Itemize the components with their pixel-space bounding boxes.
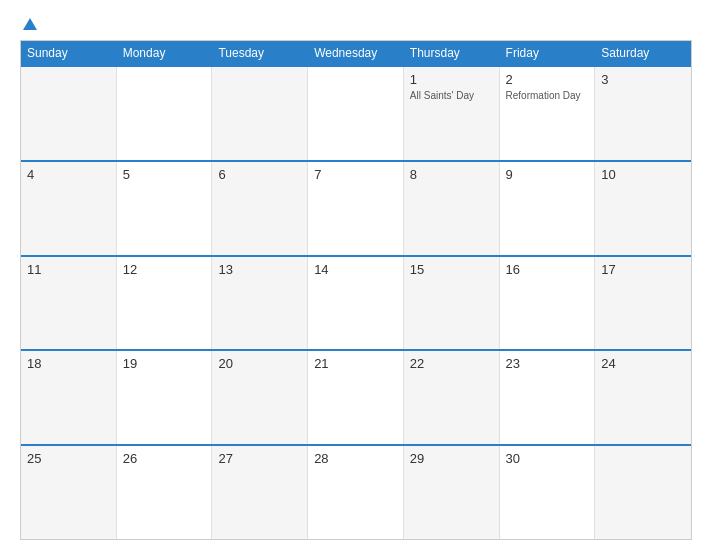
day-number: 24 bbox=[601, 356, 685, 371]
day-number: 26 bbox=[123, 451, 206, 466]
cal-cell: 27 bbox=[212, 446, 308, 539]
day-number: 7 bbox=[314, 167, 397, 182]
cal-week: 18192021222324 bbox=[21, 349, 691, 444]
cal-cell: 10 bbox=[595, 162, 691, 255]
day-number: 21 bbox=[314, 356, 397, 371]
cal-cell: 25 bbox=[21, 446, 117, 539]
day-number: 3 bbox=[601, 72, 685, 87]
holiday-label: Reformation Day bbox=[506, 89, 589, 102]
cal-header-day: Monday bbox=[117, 41, 213, 65]
cal-cell bbox=[21, 67, 117, 160]
day-number: 1 bbox=[410, 72, 493, 87]
cal-cell: 12 bbox=[117, 257, 213, 350]
cal-header-day: Saturday bbox=[595, 41, 691, 65]
calendar-body: 1All Saints' Day2Reformation Day34567891… bbox=[21, 65, 691, 539]
day-number: 2 bbox=[506, 72, 589, 87]
day-number: 18 bbox=[27, 356, 110, 371]
cal-cell: 19 bbox=[117, 351, 213, 444]
cal-cell bbox=[117, 67, 213, 160]
cal-week: 11121314151617 bbox=[21, 255, 691, 350]
cal-cell: 21 bbox=[308, 351, 404, 444]
cal-cell: 2Reformation Day bbox=[500, 67, 596, 160]
cal-week: 252627282930 bbox=[21, 444, 691, 539]
day-number: 29 bbox=[410, 451, 493, 466]
cal-cell: 24 bbox=[595, 351, 691, 444]
day-number: 20 bbox=[218, 356, 301, 371]
day-number: 5 bbox=[123, 167, 206, 182]
cal-cell: 17 bbox=[595, 257, 691, 350]
cal-cell: 20 bbox=[212, 351, 308, 444]
cal-cell: 6 bbox=[212, 162, 308, 255]
cal-cell: 7 bbox=[308, 162, 404, 255]
cal-cell: 13 bbox=[212, 257, 308, 350]
day-number: 4 bbox=[27, 167, 110, 182]
day-number: 14 bbox=[314, 262, 397, 277]
day-number: 22 bbox=[410, 356, 493, 371]
cal-header-day: Wednesday bbox=[308, 41, 404, 65]
cal-cell: 26 bbox=[117, 446, 213, 539]
cal-header-day: Tuesday bbox=[212, 41, 308, 65]
cal-cell bbox=[212, 67, 308, 160]
logo-triangle-icon bbox=[23, 18, 37, 30]
holiday-label: All Saints' Day bbox=[410, 89, 493, 102]
day-number: 19 bbox=[123, 356, 206, 371]
day-number: 16 bbox=[506, 262, 589, 277]
cal-cell: 29 bbox=[404, 446, 500, 539]
day-number: 30 bbox=[506, 451, 589, 466]
cal-cell bbox=[595, 446, 691, 539]
cal-week: 45678910 bbox=[21, 160, 691, 255]
cal-cell: 22 bbox=[404, 351, 500, 444]
cal-cell: 30 bbox=[500, 446, 596, 539]
page: SundayMondayTuesdayWednesdayThursdayFrid… bbox=[0, 0, 712, 550]
calendar-header-row: SundayMondayTuesdayWednesdayThursdayFrid… bbox=[21, 41, 691, 65]
logo-blue-text bbox=[20, 18, 37, 30]
cal-cell: 14 bbox=[308, 257, 404, 350]
cal-cell: 1All Saints' Day bbox=[404, 67, 500, 160]
day-number: 10 bbox=[601, 167, 685, 182]
cal-cell: 4 bbox=[21, 162, 117, 255]
day-number: 23 bbox=[506, 356, 589, 371]
cal-header-day: Thursday bbox=[404, 41, 500, 65]
day-number: 17 bbox=[601, 262, 685, 277]
cal-cell: 8 bbox=[404, 162, 500, 255]
cal-cell: 23 bbox=[500, 351, 596, 444]
cal-week: 1All Saints' Day2Reformation Day3 bbox=[21, 65, 691, 160]
day-number: 25 bbox=[27, 451, 110, 466]
cal-cell: 28 bbox=[308, 446, 404, 539]
cal-cell: 9 bbox=[500, 162, 596, 255]
header bbox=[20, 18, 692, 30]
logo bbox=[20, 18, 37, 30]
day-number: 12 bbox=[123, 262, 206, 277]
day-number: 27 bbox=[218, 451, 301, 466]
day-number: 13 bbox=[218, 262, 301, 277]
day-number: 11 bbox=[27, 262, 110, 277]
day-number: 6 bbox=[218, 167, 301, 182]
day-number: 8 bbox=[410, 167, 493, 182]
calendar: SundayMondayTuesdayWednesdayThursdayFrid… bbox=[20, 40, 692, 540]
cal-header-day: Sunday bbox=[21, 41, 117, 65]
day-number: 28 bbox=[314, 451, 397, 466]
cal-header-day: Friday bbox=[500, 41, 596, 65]
cal-cell: 11 bbox=[21, 257, 117, 350]
cal-cell: 16 bbox=[500, 257, 596, 350]
cal-cell: 18 bbox=[21, 351, 117, 444]
cal-cell: 15 bbox=[404, 257, 500, 350]
day-number: 15 bbox=[410, 262, 493, 277]
day-number: 9 bbox=[506, 167, 589, 182]
cal-cell bbox=[308, 67, 404, 160]
cal-cell: 3 bbox=[595, 67, 691, 160]
cal-cell: 5 bbox=[117, 162, 213, 255]
